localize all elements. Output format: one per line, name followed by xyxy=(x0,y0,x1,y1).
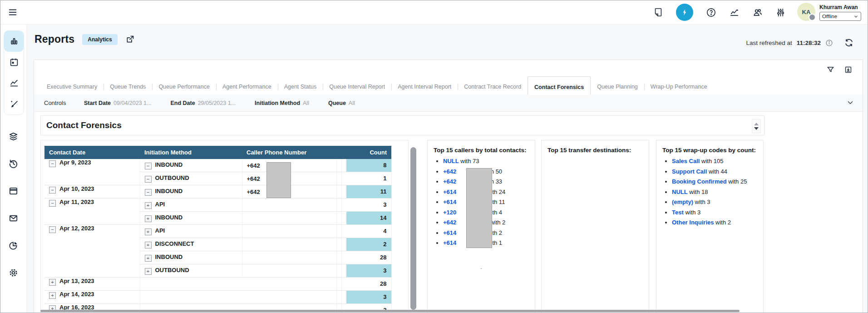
col-contact-date[interactable]: Contact Date xyxy=(44,146,140,159)
wrapup-codes-title: Top 15 wrap-up codes by count: xyxy=(656,140,763,154)
sidebar-item-mail[interactable] xyxy=(8,213,19,224)
chevron-down-icon xyxy=(853,14,858,19)
wrapup-codes-list: Sales Call with 105Support Call with 44B… xyxy=(672,158,763,226)
wrapup-link[interactable]: NULL xyxy=(672,189,688,195)
control-queue[interactable]: QueueAll xyxy=(328,100,355,106)
collapse-icon[interactable]: − xyxy=(49,160,56,167)
wrapup-list-item: Sales Call with 105 xyxy=(672,158,763,164)
expand-icon[interactable]: + xyxy=(145,202,152,209)
phone-cell xyxy=(242,225,336,238)
info-icon[interactable] xyxy=(825,39,833,47)
expand-icon[interactable]: + xyxy=(145,229,152,235)
window-icon xyxy=(8,186,19,196)
sidebar-item-trends[interactable] xyxy=(4,73,24,94)
collapse-icon[interactable]: − xyxy=(145,163,152,169)
forensics-table-panel: Contact Date Initiation Method Caller Ph… xyxy=(40,140,409,313)
count-cell: 14 xyxy=(341,212,391,225)
tab-queue-performance[interactable]: Queue Performance xyxy=(152,79,216,94)
tab-queue-trends[interactable]: Queue Trends xyxy=(104,79,152,94)
preferences-icon[interactable] xyxy=(775,7,786,18)
topbar: KA Khurram Awan Offline xyxy=(0,0,868,25)
top-callers-title: Top 15 callers by total contacts: xyxy=(428,140,535,154)
filter-icon[interactable] xyxy=(826,65,835,74)
tab-queue-planning[interactable]: Queue Planning xyxy=(591,79,644,94)
expand-icon[interactable]: + xyxy=(145,268,152,275)
tab-agent-performance[interactable]: Agent Performance xyxy=(216,79,278,94)
table-row: +Apr 14, 20233 xyxy=(44,291,391,304)
sidebar-item-design[interactable] xyxy=(4,94,24,114)
stepper-up-icon[interactable] xyxy=(754,123,759,125)
expand-icon[interactable]: + xyxy=(145,242,152,248)
notes-icon[interactable] xyxy=(653,7,664,18)
count-cell: 28 xyxy=(341,278,391,291)
collapse-icon[interactable]: − xyxy=(49,226,56,233)
control-initiation-method[interactable]: Initiation MethodAll xyxy=(255,100,309,106)
tab-contract-trace-record[interactable]: Contract Trace Record xyxy=(458,79,528,94)
sidebar-item-window[interactable] xyxy=(8,186,19,196)
controls-collapse-chevron-icon[interactable] xyxy=(846,99,854,107)
table-vertical-scrollbar[interactable] xyxy=(410,147,416,310)
wrapup-link[interactable]: Sales Call xyxy=(672,158,700,164)
wrapup-list-item: (empty) with 3 xyxy=(672,199,763,205)
flash-icon[interactable] xyxy=(676,4,693,21)
tab-agent-status[interactable]: Agent Status xyxy=(278,79,323,94)
control-end-date[interactable]: End Date29/05/2023 1... xyxy=(170,100,236,106)
last-refreshed-label: Last refreshed at xyxy=(746,40,792,46)
layers-icon xyxy=(8,131,19,142)
analytics-badge: Analytics xyxy=(82,34,117,45)
collapse-icon[interactable]: − xyxy=(145,176,152,183)
status-select[interactable]: Offline xyxy=(819,12,861,21)
wrapup-link[interactable]: (empty) xyxy=(672,199,693,205)
wrapup-link[interactable]: Booking Confirmed xyxy=(672,178,727,185)
sidebar-item-calendar[interactable] xyxy=(4,52,24,73)
wrapup-link[interactable]: Other Inquiries xyxy=(672,219,714,226)
col-count[interactable]: Count xyxy=(341,146,391,159)
sidebar-item-pie-chart[interactable] xyxy=(8,240,19,251)
collapse-icon[interactable]: − xyxy=(49,187,56,194)
sidebar-item-history[interactable] xyxy=(8,159,19,169)
report-card: Executive SummaryQueue TrendsQueue Perfo… xyxy=(34,60,863,313)
calendar-icon xyxy=(9,57,19,67)
table-row: −Apr 10, 2023−INBOUND+64211 xyxy=(44,185,391,199)
tab-contact-forensics[interactable]: Contact Forensics xyxy=(528,76,591,95)
wrapup-link[interactable]: Test xyxy=(672,209,684,216)
download-icon[interactable] xyxy=(844,65,853,74)
sidebar-item-settings[interactable] xyxy=(8,268,19,278)
col-initiation-method[interactable]: Initiation Method xyxy=(140,146,242,159)
count-cell: 28 xyxy=(341,251,391,264)
count-cell: 2 xyxy=(341,238,391,251)
avatar[interactable]: KA xyxy=(797,3,815,21)
expand-icon[interactable]: + xyxy=(49,279,56,286)
sidebar-item-layers[interactable] xyxy=(8,131,19,142)
tab-agent-interval-report[interactable]: Agent Interval Report xyxy=(391,79,458,94)
caller-link[interactable]: NULL xyxy=(443,158,459,164)
tab-executive-summary[interactable]: Executive Summary xyxy=(40,79,104,94)
wrapup-link[interactable]: Support Call xyxy=(672,168,707,175)
footer-dot: . xyxy=(428,264,535,270)
expand-icon[interactable]: + xyxy=(49,292,56,299)
refresh-icon[interactable] xyxy=(844,38,854,48)
horizontal-scrollbar[interactable] xyxy=(40,310,740,312)
help-icon[interactable] xyxy=(705,7,716,18)
expand-icon[interactable]: + xyxy=(145,255,152,262)
transfer-destinations-title: Top 15 transfer destinations: xyxy=(542,140,649,154)
metrics-icon[interactable] xyxy=(729,7,740,18)
collapse-icon[interactable]: − xyxy=(145,189,152,196)
agents-icon[interactable] xyxy=(752,7,763,18)
collapse-icon[interactable]: − xyxy=(49,200,56,207)
expand-icon[interactable]: + xyxy=(145,215,152,222)
stepper-down-icon[interactable] xyxy=(754,127,759,130)
tab-wrap-up-performance[interactable]: Wrap-Up Performance xyxy=(644,79,714,94)
tab-queue-interval-report[interactable]: Queue Interval Report xyxy=(323,79,391,94)
sidebar-item-reports[interactable] xyxy=(4,31,24,52)
brush-icon xyxy=(9,99,19,109)
gear-icon xyxy=(8,268,19,278)
hamburger-menu-icon[interactable] xyxy=(8,7,18,17)
open-in-new-icon[interactable] xyxy=(125,35,135,44)
section-title: Contact Forensics xyxy=(46,120,122,130)
section-stepper[interactable] xyxy=(752,119,761,133)
col-caller-phone[interactable]: Caller Phone Number xyxy=(242,146,336,159)
wrapup-list-item: Other Inquiries with 2 xyxy=(672,219,763,226)
method-cell: +INBOUND xyxy=(140,251,242,264)
control-start-date[interactable]: Start Date09/04/2023 1... xyxy=(84,100,151,106)
